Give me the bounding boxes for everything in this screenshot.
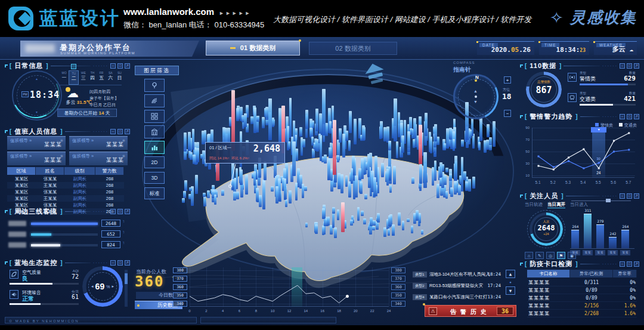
duty-card[interactable]: 值班领导 »·· ◉某某某: [7, 152, 66, 165]
compass-en-label: COMPASS: [453, 61, 475, 64]
map-mode-3d-button[interactable]: 3D: [144, 172, 165, 184]
week-cell[interactable]: WE三: [79, 70, 88, 85]
focus-filter-icon-3[interactable]: ⚑: [557, 252, 565, 259]
panel-minimize-icon[interactable]: –: [110, 209, 116, 214]
layer-building-icon[interactable]: [144, 125, 165, 138]
panel-window-icon[interactable]: □: [627, 261, 632, 267]
map-mode-std-button[interactable]: 标准: [144, 187, 165, 199]
active-day-marker: [71, 64, 76, 69]
air-metric-label: AQI: [64, 269, 79, 273]
checkpoint-rate: 0%: [613, 286, 637, 294]
y-tick-left: 380: [173, 267, 187, 273]
week-cell[interactable]: FR五: [97, 70, 106, 85]
checkpoint-ratio: 2/268: [570, 310, 613, 317]
week-cn: 一: [60, 75, 69, 81]
weather-cloud-icon: ☁: [67, 86, 79, 100]
week-cell[interactable]: SU日: [115, 70, 124, 85]
panel-title: 关注人员: [530, 192, 558, 201]
focus-gauge-delta: +24: [527, 232, 565, 236]
alert-row[interactable]: 类型4某路口有小汽车连闯三个红灯13:24: [413, 292, 501, 304]
footer-band-mid: [200, 317, 336, 323]
panel-window-icon[interactable]: □: [627, 114, 632, 119]
tab-data-category-1[interactable]: 01 数据类别: [206, 41, 300, 55]
duty-name: 某某某: [106, 156, 124, 164]
dashboard: 暑期办公协作平台 SUMMER WORKING PLATFORM 01 数据类别…: [0, 37, 644, 325]
panel-minimize-icon[interactable]: –: [620, 114, 625, 119]
x-tick: 18: [336, 309, 343, 313]
panel-title: 周边三线客流: [14, 207, 57, 216]
panel-window-icon[interactable]: □: [117, 209, 123, 214]
x-tick: 16: [319, 309, 326, 313]
panel-minimize-icon[interactable]: –: [110, 63, 116, 69]
duty-role: 值班领导 »: [72, 138, 94, 144]
x-tick: 5.2: [548, 180, 558, 184]
panel-minimize-icon[interactable]: –: [110, 129, 116, 134]
traffic-value: 824: [101, 241, 120, 248]
panel-expand-icon[interactable]: ↗: [125, 260, 130, 266]
panel-expand-icon[interactable]: ↗: [634, 114, 639, 119]
week-cell[interactable]: SA六: [106, 70, 115, 85]
layer-signal-icon[interactable]: [144, 94, 165, 107]
bar-label: 某某: [595, 250, 605, 255]
alert-row[interactable]: 类型2RD13-53烟感报警疑似火灾17:24: [413, 281, 501, 292]
focus-filter-icon-0[interactable]: ⌂: [525, 252, 533, 259]
panel-window-icon[interactable]: □: [117, 260, 123, 266]
compass-dial[interactable]: N ▲ ▼: [453, 74, 499, 119]
bar-label: 某某: [608, 250, 618, 255]
duty-col-header: 警力数: [95, 167, 124, 175]
checkpoint-name: 某某某某: [527, 294, 570, 301]
alert-text: RD13-53烟感报警疑似火灾: [429, 283, 483, 289]
scroll-dot: ●: [506, 278, 515, 286]
duty-role: 值班领导 »: [10, 153, 32, 159]
week-cell[interactable]: TU二: [69, 70, 79, 85]
alert-row[interactable]: 类型1湿地3-104片区有不明人员闯入18:24: [413, 270, 501, 281]
panel-minimize-icon[interactable]: –: [620, 63, 625, 69]
duty-cell: 某某区: [7, 189, 36, 195]
cloud-icon: ☁: [629, 45, 633, 53]
focus-tab-left[interactable]: 当日离开: [547, 202, 565, 208]
traffic-type-name: 交通类: [580, 95, 596, 103]
range-slider[interactable]: [571, 201, 631, 201]
layer-grid-icon[interactable]: [144, 110, 165, 123]
week-cell[interactable]: TH四: [88, 70, 97, 85]
site-url[interactable]: www.lanlanwork.com►►►►►: [123, 7, 252, 17]
week-cell[interactable]: MO一: [60, 70, 69, 85]
site-header: 蓝蓝设计 www.lanlanwork.com►►►►► 微信： ben_lan…: [0, 0, 644, 37]
focus-tab-track[interactable]: 当日轨迹: [525, 202, 543, 208]
panel-window-icon[interactable]: □: [627, 63, 632, 69]
panel-expand-icon[interactable]: ↗: [634, 261, 639, 267]
traffic-row: 824˥: [7, 241, 126, 249]
slider-handle[interactable]: [606, 199, 611, 202]
duty-cell: 王某某: [36, 195, 64, 202]
panel-minimize-icon[interactable]: –: [620, 261, 625, 267]
week-cn: 三: [79, 75, 88, 81]
y-tick-right: 340: [391, 301, 405, 307]
compass-zoom-in-button[interactable]: +: [504, 76, 511, 84]
duty-card[interactable]: 值班领导 »·· ◉某某某: [69, 152, 128, 165]
focus-filter-icon-1[interactable]: ✎: [535, 252, 544, 259]
scroll-up-button[interactable]: ▲: [506, 270, 515, 278]
duty-card[interactable]: 值班领导 »·· ◉某某某: [7, 136, 66, 150]
duty-card[interactable]: 值班领导 »·· ◉某某某: [69, 136, 128, 150]
panel-expand-icon[interactable]: ↗: [125, 129, 130, 134]
panel-expand-icon[interactable]: ↗: [634, 63, 639, 69]
panel-expand-icon[interactable]: ↗: [125, 63, 130, 69]
panel-expand-icon[interactable]: ↗: [125, 209, 130, 214]
alert-time: 13:24: [487, 294, 501, 300]
focus-filter-icon-2[interactable]: ◎: [546, 252, 555, 259]
scroll-down-button[interactable]: ▼: [506, 286, 515, 295]
alarm-history-banner[interactable]: ⚠ 告警历史 36: [425, 305, 516, 317]
tab-data-category-2[interactable]: 02 数据类别: [309, 42, 397, 55]
layer-pin-icon[interactable]: [144, 79, 165, 92]
panel-window-icon[interactable]: □: [117, 129, 123, 134]
panel-minimize-icon[interactable]: –: [110, 260, 116, 266]
panel-window-icon[interactable]: □: [117, 63, 123, 69]
x-tick: 2: [203, 309, 210, 313]
eco-scrollbar[interactable]: [125, 270, 128, 307]
bus-icon: [568, 93, 577, 102]
layer-bars-icon[interactable]: [144, 141, 165, 154]
map-mode-2d-button[interactable]: 2D: [144, 156, 165, 168]
compass-zoom-out-button[interactable]: −: [504, 110, 511, 117]
bar-fill: [31, 223, 98, 225]
x-tick: 12: [286, 309, 293, 313]
